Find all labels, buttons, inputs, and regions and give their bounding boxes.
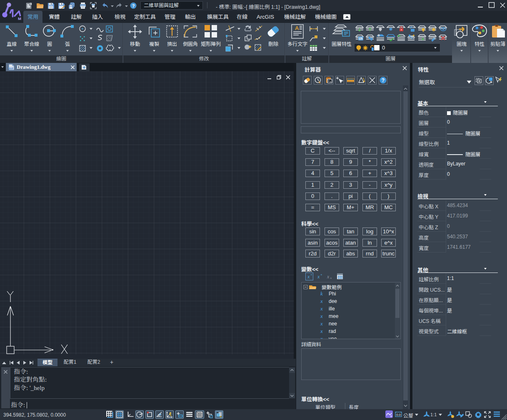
svg-text:x: x [307,274,310,280]
svg-text:?: ? [132,3,135,8]
svg-text:+: + [320,273,322,277]
svg-text:×: × [330,276,332,280]
svg-text:x: x [327,274,330,280]
svg-text:M: M [18,16,21,21]
svg-text:0.0: 0.0 [396,413,401,417]
svg-text:A: A [295,25,299,31]
svg-text:?: ? [382,78,385,83]
svg-text:DWG: DWG [9,67,13,69]
svg-text:+: + [310,273,312,277]
svg-text:x: x [317,274,320,280]
